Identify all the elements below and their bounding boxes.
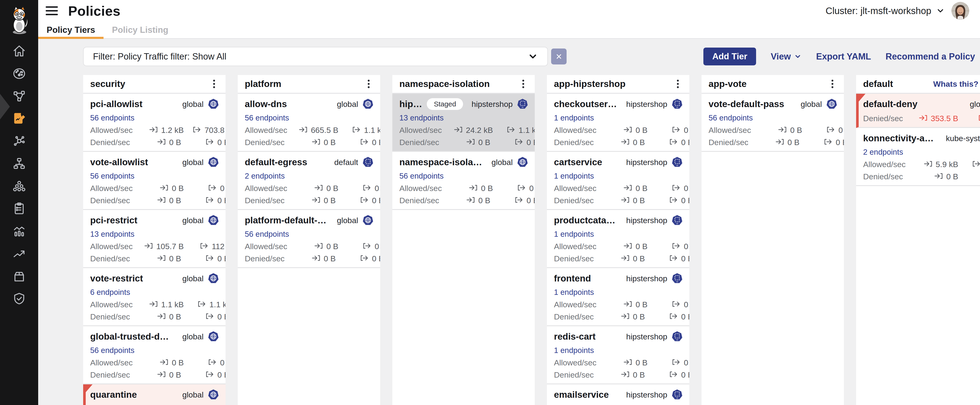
tier-name: default [863, 79, 893, 89]
policy-card-default-egress[interactable]: default-egressdefaultns2 endpointsAllowe… [238, 152, 380, 210]
endpoints-link[interactable]: 1 endpoints [554, 172, 594, 180]
policy-card-quarantine[interactable]: quarantineglobal0 endpoints [83, 384, 226, 405]
sidebar-item-trend-arrow[interactable] [0, 243, 38, 265]
policy-name[interactable]: pci-allowlist [90, 99, 142, 109]
policy-name[interactable]: redis-cart [554, 332, 596, 342]
sidebar-item-gauge[interactable] [0, 63, 38, 85]
molecule-icon [13, 134, 26, 149]
policy-card-vote-restrict[interactable]: vote-restrictglobal6 endpointsAllowed/se… [83, 268, 226, 326]
sidebar-item-cluster-dots[interactable] [0, 175, 38, 198]
policy-name[interactable]: default-egress [245, 157, 307, 167]
policy-card-frontend[interactable]: frontendhipstershopns1 endpointsAllowed/… [547, 268, 689, 326]
svg-text:ns: ns [367, 164, 369, 166]
export-yaml-button[interactable]: Export YAML [816, 51, 871, 62]
ingress-icon [919, 114, 928, 122]
endpoints-link[interactable]: 1 endpoints [554, 230, 594, 239]
sidebar-item-package[interactable] [0, 265, 38, 288]
endpoints-link[interactable]: 56 endpoints [90, 346, 134, 355]
topbar-right: Cluster: jlt-msft-workshop [826, 2, 969, 20]
egress-value: 0 B [188, 184, 226, 193]
policy-name[interactable]: allow-dns [245, 99, 287, 109]
policy-card-checkoutservice[interactable]: checkoutservicehipstershopns1 endpointsA… [547, 94, 689, 152]
tier-cards: pci-allowlistglobal56 endpointsAllowed/s… [83, 94, 226, 405]
endpoints-link[interactable]: 56 endpoints [245, 230, 289, 239]
policy-name[interactable]: global-trusted-domains [90, 332, 174, 342]
endpoints-link[interactable]: 1 endpoints [554, 113, 594, 122]
policy-name[interactable]: emailservice [554, 389, 609, 400]
policy-name[interactable]: platform-default-pass [245, 215, 328, 225]
avatar[interactable] [951, 2, 969, 20]
policy-name[interactable]: hipstershop-gh… [399, 99, 423, 109]
sidebar-item-bar-chart[interactable] [0, 220, 38, 243]
policy-name[interactable]: namespace-isolation-default-p… [399, 157, 483, 167]
endpoints-link[interactable]: 13 endpoints [90, 230, 134, 239]
policy-name[interactable]: productcatalogservice [554, 215, 618, 225]
kebab-menu-icon[interactable] [518, 78, 529, 90]
add-tier-button[interactable]: Add Tier [703, 48, 756, 65]
policy-name[interactable]: checkoutservice [554, 99, 618, 109]
policy-name[interactable]: vote-restrict [90, 273, 143, 284]
kebab-menu-icon[interactable] [209, 78, 220, 90]
endpoints-link[interactable]: 1 endpoints [554, 288, 594, 297]
policy-card-emailservice[interactable]: emailservicehipstershopns1 endpointsAllo… [547, 384, 689, 405]
whats-this-link[interactable]: Whats this?? [933, 78, 980, 89]
policy-name[interactable]: quarantine [90, 389, 137, 400]
kebab-menu-icon[interactable] [673, 78, 683, 90]
policy-name[interactable]: vote-allowlist [90, 157, 148, 167]
policy-card-redis-cart[interactable]: redis-carthipstershopns1 endpointsAllowe… [547, 326, 689, 384]
ingress-icon [454, 126, 463, 134]
policy-name[interactable]: cartservice [554, 157, 602, 167]
policy-scope-label: global [337, 216, 358, 225]
policy-card-konnectivity-agent[interactable]: konnectivity-agentkube-systemns2 endpoin… [856, 128, 980, 186]
sidebar-item-tree[interactable] [0, 153, 38, 175]
policy-card-vote-default-pass[interactable]: vote-default-passglobal56 endpointsAllow… [702, 94, 844, 152]
policy-name[interactable]: frontend [554, 273, 591, 284]
policy-name[interactable]: default-deny [863, 99, 918, 109]
traffic-row: Allowed/sec24.2 kB1.1 kB [399, 126, 528, 134]
policy-card-productcatalogservice[interactable]: productcatalogservicehipstershopns1 endp… [547, 210, 689, 268]
tab-policy-listing[interactable]: Policy Listing [103, 22, 177, 38]
policy-card-global-trusted-domains[interactable]: global-trusted-domainsglobal56 endpoints… [83, 326, 226, 384]
endpoints-link[interactable]: 56 endpoints [708, 113, 753, 122]
traffic-row-label: Denied/sec [90, 196, 130, 205]
sidebar-item-molecule[interactable] [0, 130, 38, 153]
policy-card-pci-restrict[interactable]: pci-restrictglobal13 endpointsAllowed/se… [83, 210, 226, 268]
kebab-menu-icon[interactable] [827, 78, 838, 90]
policy-card-allow-dns[interactable]: allow-dnsglobal56 endpointsAllowed/sec66… [238, 94, 380, 152]
kebab-menu-icon[interactable] [363, 78, 374, 90]
policy-card-pci-allowlist[interactable]: pci-allowlistglobal56 endpointsAllowed/s… [83, 94, 226, 152]
endpoints-link[interactable]: 2 endpoints [245, 172, 285, 180]
namespace-icon: ns [517, 99, 528, 110]
sidebar-item-home[interactable] [0, 40, 38, 63]
endpoints-link[interactable]: 56 endpoints [90, 172, 134, 180]
traffic-filter-select[interactable]: Filter: Policy Traffic filter: Show All [83, 47, 548, 66]
sidebar-item-clipboard[interactable] [0, 198, 38, 220]
clear-filter-button[interactable]: × [551, 48, 566, 64]
recommend-policy-button[interactable]: Recommend a Policy [886, 51, 975, 62]
policy-name[interactable]: konnectivity-agent [863, 133, 937, 144]
policy-card-cartservice[interactable]: cartservicehipstershopns1 endpointsAllow… [547, 152, 689, 210]
endpoints-link[interactable]: 13 endpoints [399, 113, 444, 122]
policy-card-platform-default-pass[interactable]: platform-default-passglobal56 endpointsA… [238, 210, 380, 268]
endpoints-link[interactable]: 56 endpoints [90, 113, 134, 122]
endpoints-link[interactable]: 0 endpoints [90, 404, 130, 405]
policy-card-hipstershop-gh[interactable]: hipstershop-gh…Stagedhipstershopns13 end… [392, 94, 535, 152]
policy-card-vote-allowlist[interactable]: vote-allowlistglobal56 endpointsAllowed/… [83, 152, 226, 210]
endpoints-link[interactable]: 1 endpoints [554, 346, 594, 355]
cluster-selector[interactable]: Cluster: jlt-msft-workshop [826, 6, 945, 16]
tab-policy-tiers[interactable]: Policy Tiers [38, 22, 103, 38]
traffic-row-label: Allowed/sec [554, 126, 597, 135]
policy-name[interactable]: vote-default-pass [708, 99, 784, 109]
endpoints-link[interactable]: 56 endpoints [399, 172, 444, 180]
view-menu-button[interactable]: View [771, 51, 802, 62]
endpoints-link[interactable]: 56 endpoints [245, 113, 289, 122]
endpoints-link[interactable]: 6 endpoints [90, 288, 130, 297]
sidebar-item-shield-check[interactable] [0, 288, 38, 310]
policy-card-namespace-isolation-default-p[interactable]: namespace-isolation-default-p…global56 e… [392, 152, 535, 210]
filter-row: Filter: Policy Traffic filter: Show All … [38, 47, 980, 66]
endpoints-link[interactable]: 2 endpoints [863, 148, 903, 156]
endpoints-link[interactable]: 1 endpoints [554, 404, 594, 405]
hamburger-menu-icon[interactable] [46, 6, 58, 15]
policy-card-default-deny[interactable]: default-denyglobalDenied/sec353.5 B96 B [856, 94, 980, 128]
policy-name[interactable]: pci-restrict [90, 215, 137, 225]
